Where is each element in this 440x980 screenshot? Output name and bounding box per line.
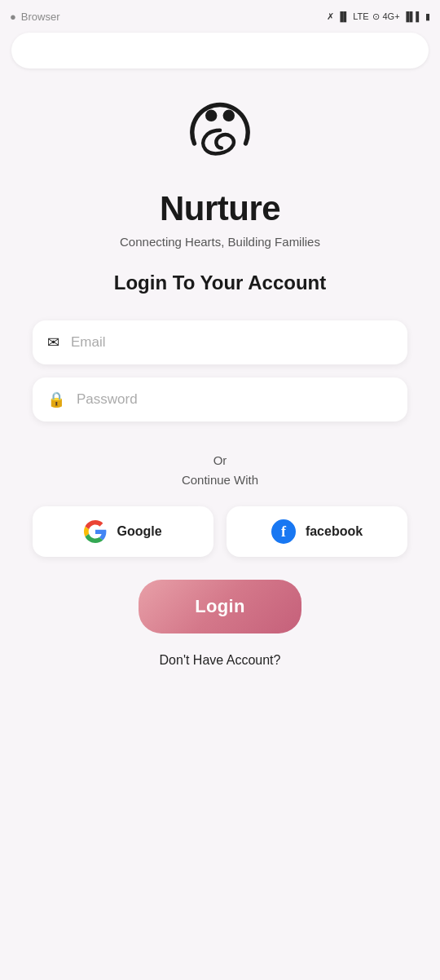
google-signin-button[interactable]: Google: [33, 506, 213, 557]
google-label: Google: [117, 524, 161, 539]
browser-bar[interactable]: [11, 33, 429, 68]
main-content: Nurture Connecting Hearts, Building Fami…: [0, 83, 440, 980]
lock-icon: 🔒: [47, 391, 65, 408]
battery-icon: ▮: [425, 11, 430, 22]
browser-label: Browser: [21, 11, 60, 23]
network-label: 4G+: [383, 11, 400, 21]
password-input-group: 🔒: [33, 377, 407, 422]
logo-container: [183, 99, 257, 176]
social-row: Google f facebook: [33, 506, 407, 557]
facebook-icon: f: [271, 519, 296, 544]
email-input-wrapper: ✉: [33, 320, 407, 364]
divider-text: Or Continue With: [182, 451, 258, 490]
lte-icon: LTE: [353, 11, 368, 21]
login-button[interactable]: Login: [139, 580, 301, 633]
bluetooth-icon: ✗: [327, 11, 334, 22]
svg-point-0: [205, 110, 217, 121]
signal-bars-icon: ▐▌▌: [403, 11, 422, 21]
status-bar: ● Browser ✗ ▐▌ LTE ⊙ 4G+ ▐▌▌ ▮: [0, 0, 440, 33]
svg-point-1: [223, 110, 235, 121]
password-input[interactable]: [77, 391, 393, 408]
status-right: ✗ ▐▌ LTE ⊙ 4G+ ▐▌▌ ▮: [327, 11, 430, 22]
email-input-group: ✉: [33, 320, 407, 364]
divider-or: Or: [182, 451, 258, 470]
divider-continue: Continue With: [182, 470, 258, 490]
signal-icon: ▐▌: [337, 11, 350, 21]
app-logo: [183, 99, 257, 173]
password-input-wrapper: 🔒: [33, 377, 407, 422]
tagline: Connecting Hearts, Building Families: [120, 235, 320, 249]
facebook-signin-button[interactable]: f facebook: [227, 506, 407, 557]
help-icon: ●: [10, 11, 16, 23]
browser-address-input[interactable]: [24, 44, 416, 58]
email-icon: ✉: [47, 333, 59, 351]
no-account-text[interactable]: Don't Have Account?: [160, 653, 281, 668]
facebook-label: facebook: [306, 524, 363, 539]
login-label: Login: [195, 596, 244, 616]
wifi-icon: ⊙: [372, 11, 380, 22]
status-left: ● Browser: [10, 11, 60, 23]
app-title: Nurture: [160, 189, 280, 228]
login-heading: Login To Your Account: [114, 271, 326, 294]
google-icon: [84, 520, 107, 543]
email-input[interactable]: [71, 334, 393, 351]
